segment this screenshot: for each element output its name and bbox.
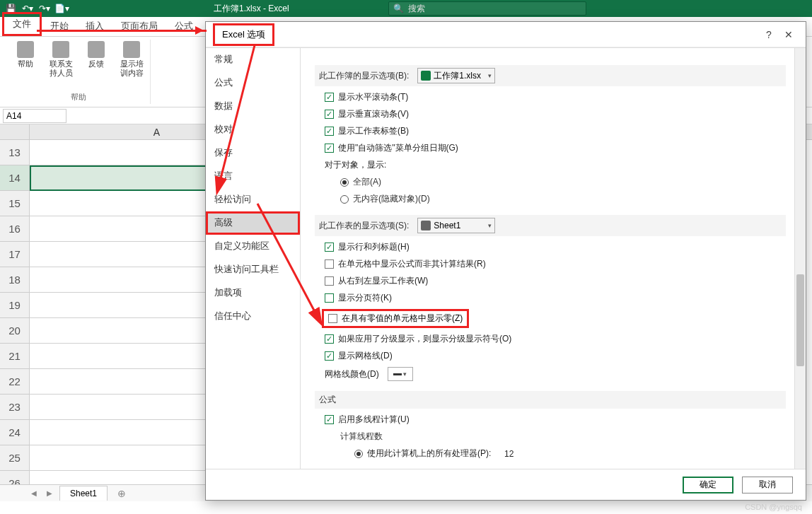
sheet-tab[interactable]: Sheet1 [59,486,108,501]
nav-formulas[interactable]: 公式 [206,71,300,95]
tab-file[interactable]: 文件 [2,12,42,36]
row-header[interactable]: 23 [0,395,30,420]
watermark: CSDN @yngsqq [745,503,802,511]
checkbox-icon: ✓ [325,243,334,252]
opt-v-scroll[interactable]: ✓显示垂直滚动条(V) [325,108,786,120]
title-bar: 💾 ↶▾ ↷▾ 📄▾ 工作簿1.xlsx - Excel 🔍 搜索 [0,0,812,17]
dialog-scrollbar[interactable] [794,48,806,469]
close-icon[interactable]: ✕ [779,29,799,40]
dialog-footer: 确定 取消 [206,469,806,500]
worksheet-dropdown[interactable]: Sheet1 [417,218,495,233]
add-sheet-button[interactable]: ⊕ [112,488,132,499]
row-header[interactable]: 18 [0,267,30,293]
radio-use-all-processors[interactable]: 使用此计算机上的所有处理器(P): 12 [354,448,786,460]
nav-general[interactable]: 常规 [206,48,300,71]
row-header[interactable]: 24 [0,420,30,445]
dialog-title: Excel 选项 [213,23,274,46]
objects-label: 对于对象，显示: [325,159,786,171]
prev-sheet-icon[interactable]: ◀ [28,489,40,497]
section-label: 公式 [319,394,336,406]
opt-multithread[interactable]: ✓启用多线程计算(U) [325,414,786,426]
opt-autofilter-dates[interactable]: ✓使用"自动筛选"菜单分组日期(G) [325,142,786,154]
select-all-corner[interactable] [0,124,30,139]
nav-data[interactable]: 数据 [206,95,300,118]
row-header[interactable]: 25 [0,445,30,471]
gridline-color-picker[interactable] [388,367,413,381]
workbook-dropdown[interactable]: 工作簿1.xlsx [417,68,495,83]
opt-sheet-tabs[interactable]: ✓显示工作表标签(B) [325,125,786,137]
row-header[interactable]: 16 [0,216,30,242]
row-header[interactable]: 15 [0,191,30,216]
checkbox-icon [325,276,334,286]
opt-show-formulas[interactable]: 在单元格中显示公式而非其计算结果(R) [325,258,786,270]
training-icon [123,41,140,58]
tab-page-layout[interactable]: 页面布局 [112,16,166,36]
contact-support-button[interactable]: 联系支持人员 [47,41,75,78]
feedback-button[interactable]: 反馈 [82,41,110,78]
name-box[interactable]: A14 [3,109,66,123]
nav-addins[interactable]: 加载项 [206,281,300,305]
scrollbar-thumb[interactable] [796,274,804,366]
checkbox-icon [325,293,334,303]
row-header[interactable]: 20 [0,318,30,344]
nav-proofing[interactable]: 校对 [206,118,300,141]
dialog-titlebar: Excel 选项 ? ✕ [206,22,806,47]
feedback-icon [88,41,105,58]
window-title: 工作簿1.xlsx - Excel [214,3,289,15]
opt-row-col-headers[interactable]: ✓显示行和列标题(H) [325,241,786,253]
nav-advanced[interactable]: 高级 [206,211,300,235]
checkbox-icon: ✓ [325,334,334,344]
sheet-icon [421,221,431,230]
touch-icon[interactable]: 📄▾ [54,1,69,16]
show-training-button[interactable]: 显示培训内容 [117,41,146,78]
search-box[interactable]: 🔍 搜索 [388,1,586,16]
cancel-button[interactable]: 取消 [742,477,793,493]
processor-count: 12 [504,449,514,459]
opt-gridlines[interactable]: ✓显示网格线(D) [325,350,786,362]
opt-rtl[interactable]: 从右到左显示工作表(W) [325,275,786,287]
nav-save[interactable]: 保存 [206,141,300,165]
opt-outline-symbols[interactable]: ✓如果应用了分级显示，则显示分级显示符号(O) [325,333,786,345]
ribbon-group-help: 帮助 联系支持人员 反馈 显示培训内容 帮助 [7,40,151,104]
threads-label: 计算线程数 [340,431,786,443]
row-header[interactable]: 17 [0,242,30,267]
gridline-color: 网格线颜色(D) [325,367,786,381]
excel-icon [421,71,431,81]
checkbox-icon: ✓ [325,351,334,361]
radio-all[interactable]: 全部(A) [340,176,786,188]
checkbox-icon: ✓ [325,415,334,424]
row-header[interactable]: 14 [0,165,30,191]
row-header[interactable]: 19 [0,293,30,318]
nav-customize-ribbon[interactable]: 自定义功能区 [206,235,300,258]
row-header[interactable]: 21 [0,344,30,369]
checkbox-icon: ✓ [325,127,334,136]
help-button[interactable]: ? [759,29,779,40]
checkbox-icon [328,314,337,323]
nav-trust-center[interactable]: 信任中心 [206,305,300,328]
section-label: 此工作簿的显示选项(B): [319,70,409,82]
radio-none[interactable]: 无内容(隐藏对象)(D) [340,193,786,205]
row-header[interactable]: 22 [0,369,30,395]
section-label: 此工作表的显示选项(S): [319,220,409,232]
tab-home[interactable]: 开始 [42,16,77,36]
checkbox-icon [325,259,334,269]
opt-show-zero[interactable]: 在具有零值的单元格中显示零(Z) [322,309,469,328]
checkbox-icon: ✓ [325,93,334,102]
headset-icon [52,41,69,58]
section-worksheet-display: 此工作表的显示选项(S): Sheet1 [315,215,786,236]
tab-insert[interactable]: 插入 [77,16,112,36]
help-icon [17,41,34,58]
opt-h-scroll[interactable]: ✓显示水平滚动条(T) [325,91,786,103]
next-sheet-icon[interactable]: ▶ [44,489,55,497]
section-workbook-display: 此工作簿的显示选项(B): 工作簿1.xlsx [315,65,786,86]
search-placeholder: 搜索 [408,3,425,15]
nav-ease-of-access[interactable]: 轻松访问 [206,188,300,211]
checkbox-icon: ✓ [325,144,334,153]
nav-qat[interactable]: 快速访问工具栏 [206,258,300,281]
ok-button[interactable]: 确定 [683,477,733,493]
nav-language[interactable]: 语言 [206,165,300,188]
opt-page-breaks[interactable]: 显示分页符(K) [325,292,786,304]
row-header[interactable]: 13 [0,140,30,165]
radio-icon [340,178,349,187]
help-button[interactable]: 帮助 [11,41,40,78]
